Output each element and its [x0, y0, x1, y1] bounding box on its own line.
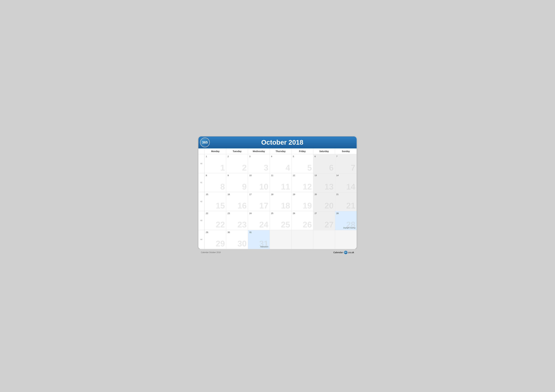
calendar-cell[interactable]: 2828Daylight Saving	[335, 211, 357, 230]
calendar-body: MondayTuesdayWednesdayThursdayFridaySatu…	[198, 149, 357, 249]
calendar-cell[interactable]: 1313	[313, 173, 335, 192]
day-watermark: 20	[324, 201, 334, 210]
calendar-cell[interactable]: 66	[313, 154, 335, 173]
day-number: 11	[271, 174, 290, 177]
day-watermark: 6	[329, 164, 334, 172]
calendar-cell[interactable]: 3131Halloween	[248, 230, 270, 249]
day-watermark: 26	[303, 221, 312, 229]
page-wrapper: 365 October 2018 MondayTuesdayWednesdayT…	[198, 136, 357, 256]
day-watermark: 23	[237, 221, 247, 229]
footer-right-text: Calendar- 365 .co.uk	[333, 251, 354, 254]
calendar-cell[interactable]	[313, 230, 335, 249]
calendar-cell[interactable]: 1919	[292, 192, 313, 211]
day-number: 23	[227, 212, 247, 214]
day-watermark: 8	[220, 183, 225, 191]
calendar-cell[interactable]: 2222	[204, 211, 226, 230]
day-watermark: 24	[259, 221, 268, 229]
day-number: 4	[271, 155, 290, 157]
calendar-cell[interactable]: 99	[226, 173, 248, 192]
calendar-cell[interactable]: 1010	[248, 173, 270, 192]
calendar-cell[interactable]: 2323	[226, 211, 248, 230]
calendar-cell[interactable]: 1717	[248, 192, 270, 211]
week-number: 41	[198, 173, 204, 192]
day-number: 8	[206, 174, 225, 177]
day-header-friday: Friday	[292, 149, 313, 154]
day-watermark: 5	[307, 164, 312, 172]
day-number: 14	[336, 174, 355, 177]
day-number: 3	[249, 155, 268, 157]
calendar-cell[interactable]: 2626	[292, 211, 313, 230]
calendar-row: 4011223344556677	[198, 154, 357, 173]
calendar-cell[interactable]	[335, 230, 357, 249]
day-header-tuesday: Tuesday	[226, 149, 248, 154]
calendar-cell[interactable]: 1818	[270, 192, 291, 211]
day-header-wednesday: Wednesday	[248, 149, 270, 154]
day-number: 6	[314, 155, 334, 157]
calendar-cell[interactable]: 1414	[335, 173, 357, 192]
day-number: 19	[293, 193, 312, 196]
day-watermark: 18	[281, 201, 290, 210]
day-number: 1	[206, 155, 225, 157]
day-number: 31	[249, 231, 268, 234]
day-number: 16	[227, 193, 247, 196]
calendar-cell[interactable]: 2121	[335, 192, 357, 211]
day-number: 29	[206, 231, 225, 234]
day-number: 15	[206, 193, 225, 196]
header-title: October 2018	[211, 139, 353, 146]
footer-calendar-prefix: Calendar-	[333, 251, 344, 254]
week-number: 43	[198, 211, 204, 230]
footer-domain-suffix: .co.uk	[348, 251, 354, 254]
calendar-cell[interactable]: 77	[335, 154, 357, 173]
day-number: 27	[314, 212, 334, 214]
week-number: 40	[198, 154, 204, 173]
day-number: 13	[314, 174, 334, 177]
calendar-cell[interactable]: 11	[204, 154, 226, 173]
day-watermark: 11	[281, 183, 290, 191]
calendar-cell[interactable]: 44	[270, 154, 291, 173]
calendar-row: 41889910101111121213131414	[198, 173, 357, 192]
calendar-cell[interactable]	[270, 230, 291, 249]
day-header-sunday: Sunday	[335, 149, 357, 154]
calendar-cell[interactable]: 1212	[292, 173, 313, 192]
footer-left-text: Calendar October 2018	[201, 251, 221, 254]
calendar-cell[interactable]: 2424	[248, 211, 270, 230]
calendar-cell[interactable]: 2929	[204, 230, 226, 249]
calendar-cell[interactable]: 88	[204, 173, 226, 192]
day-watermark: 3	[264, 164, 268, 172]
day-watermark: 15	[216, 201, 225, 210]
logo-badge: 365	[200, 137, 210, 147]
calendar-header: 365 October 2018	[198, 136, 357, 149]
day-watermark: 16	[237, 201, 247, 210]
calendar-cell[interactable]: 1515	[204, 192, 226, 211]
calendar-container: 365 October 2018 MondayTuesdayWednesdayT…	[198, 136, 357, 249]
day-watermark: 4	[285, 164, 290, 172]
week-number: 42	[198, 192, 204, 211]
calendar-row: 44292930303131Halloween	[198, 230, 357, 249]
calendar-cell[interactable]: 1111	[270, 173, 291, 192]
day-number: 12	[293, 174, 312, 177]
day-number: 20	[314, 193, 334, 196]
calendar-cell[interactable]: 22	[226, 154, 248, 173]
day-watermark: 17	[259, 201, 268, 210]
day-number: 9	[227, 174, 247, 177]
day-watermark: 1	[220, 164, 225, 172]
day-watermark: 22	[216, 221, 225, 229]
day-header-saturday: Saturday	[313, 149, 335, 154]
day-watermark: 27	[324, 221, 334, 229]
calendar-cell[interactable]: 2727	[313, 211, 335, 230]
calendar-cell[interactable]: 3030	[226, 230, 248, 249]
day-number: 30	[227, 231, 247, 234]
calendar-cell[interactable]: 1616	[226, 192, 248, 211]
calendar-cell[interactable]: 33	[248, 154, 270, 173]
day-watermark: 2	[242, 164, 247, 172]
day-header-thursday: Thursday	[270, 149, 291, 154]
day-number: 22	[206, 212, 225, 214]
day-number: 17	[249, 193, 268, 196]
day-watermark: 13	[324, 183, 334, 191]
calendar-cell[interactable]: 55	[292, 154, 313, 173]
week-num-header-empty	[198, 149, 204, 154]
calendar-cell[interactable]: 2525	[270, 211, 291, 230]
calendar-cell[interactable]: 2020	[313, 192, 335, 211]
calendar-cell[interactable]	[292, 230, 313, 249]
day-number: 26	[293, 212, 312, 214]
